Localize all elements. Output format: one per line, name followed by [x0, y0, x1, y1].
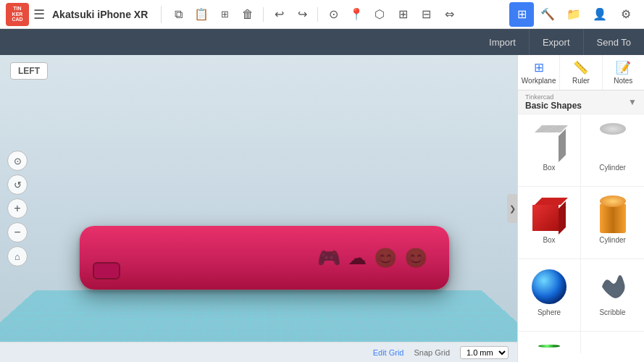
align-button[interactable]: ⊟: [415, 4, 437, 25]
import-button[interactable]: Import: [476, 29, 530, 55]
right-panel: ⊞ Workplane 📏 Ruler 📝 Notes Tinkercad Ba…: [517, 55, 644, 362]
workplane-button[interactable]: ⊞ Workplane: [518, 55, 560, 90]
shape-box-red-label: Box: [543, 236, 555, 244]
shape-scribble-label: Scribble: [599, 308, 625, 316]
orbit-button[interactable]: ↺: [7, 174, 28, 195]
copy-button[interactable]: ⧉: [167, 4, 189, 25]
shape-cylinder-gray[interactable]: Cylinder: [581, 114, 644, 187]
undo-button[interactable]: ↩: [268, 4, 290, 25]
settings-button[interactable]: ⚙: [614, 2, 638, 27]
zoom-in-button[interactable]: +: [7, 198, 28, 219]
logo-icon: TINKERCAD: [6, 3, 29, 26]
duplicate-button[interactable]: ⊞: [214, 4, 235, 25]
snap-grid-label: Snap Grid: [414, 348, 450, 357]
snap-grid-select[interactable]: 1.0 mm 0.5 mm 0.1 mm 2.0 mm: [460, 346, 509, 359]
logo-area: TINKERCAD ☰: [6, 3, 45, 26]
export-button[interactable]: Export: [530, 29, 584, 55]
shape-scribble[interactable]: Scribble: [581, 259, 644, 332]
shape-box-gray[interactable]: Box: [518, 114, 581, 187]
hamburger-icon[interactable]: ☰: [33, 7, 45, 22]
workplane-icon: ⊞: [534, 60, 544, 75]
shapes-grid: Box Cylinder: [518, 114, 644, 362]
right-nav-icons: ⊞ 🔨 📁 👤 ⚙: [509, 2, 638, 27]
bottom-bar: Edit Grid Snap Grid 1.0 mm 0.5 mm 0.1 mm…: [0, 342, 517, 362]
grid-view-button[interactable]: ⊞: [509, 2, 534, 27]
send-to-button[interactable]: Send To: [584, 29, 644, 55]
pin-button[interactable]: 📍: [346, 4, 367, 25]
topbar: TINKERCAD ☰ Akatsuki iPhone XR ⧉ 📋 ⊞ 🗑 ↩…: [0, 0, 644, 29]
shape-sphere[interactable]: Sphere: [518, 259, 581, 332]
camera-controls: ⊙ ↺ + − ⌂: [7, 151, 28, 266]
viewport[interactable]: LEFT ⊙ ↺ + − ⌂ 🎮 ☁ 😊 😊: [0, 55, 517, 362]
account-button[interactable]: 👤: [587, 2, 612, 27]
chevron-down-icon: ▼: [628, 97, 637, 107]
ruler-icon: 📏: [573, 60, 588, 75]
ruler-button[interactable]: 📏 Ruler: [560, 55, 602, 90]
shape-bottom-partial[interactable]: [518, 332, 581, 353]
panel-top-buttons: ⊞ Workplane 📏 Ruler 📝 Notes: [518, 55, 644, 90]
paste-button[interactable]: 📋: [191, 4, 212, 25]
view-label: LEFT: [10, 62, 48, 80]
shape-box-red[interactable]: Box: [518, 187, 581, 259]
phone-case-model: 🎮 ☁ 😊 😊: [80, 226, 449, 290]
files-button[interactable]: 📁: [561, 2, 586, 27]
shape-cylinder-orange[interactable]: Cylinder: [581, 187, 644, 259]
edit-grid-link[interactable]: Edit Grid: [373, 348, 404, 357]
grid-button[interactable]: ⊞: [392, 4, 414, 25]
panel-collapse-button[interactable]: ❯: [507, 194, 517, 223]
fit-button[interactable]: ⊙: [7, 151, 28, 171]
shape-cylinder-gray-label: Cylinder: [599, 164, 626, 172]
shape-button[interactable]: ⬡: [369, 4, 390, 25]
app-title: Akatsuki iPhone XR: [52, 9, 148, 20]
scribble-svg: [595, 269, 631, 305]
category-source: Tinkercad: [525, 93, 582, 101]
action-bar: Import Export Send To: [0, 29, 644, 55]
zoom-out-button[interactable]: −: [7, 222, 28, 243]
shape-sphere-label: Sphere: [538, 308, 561, 316]
notes-icon: 📝: [616, 60, 631, 75]
home-button[interactable]: ⌂: [7, 246, 28, 266]
mirror-button[interactable]: ⇔: [438, 4, 460, 25]
camera-button[interactable]: ⊙: [322, 4, 344, 25]
redo-button[interactable]: ↪: [291, 4, 313, 25]
category-selector[interactable]: Tinkercad Basic Shapes ▼: [518, 90, 644, 114]
toolbar-buttons: ⧉ 📋 ⊞ 🗑 ↩ ↪ ⊙ 📍 ⬡ ⊞ ⊟ ⇔: [167, 4, 509, 25]
category-name: Basic Shapes: [525, 101, 582, 111]
shape-box-gray-label: Box: [543, 164, 555, 172]
tools-button[interactable]: 🔨: [535, 2, 560, 27]
grid-plane: [0, 290, 517, 342]
notes-button[interactable]: 📝 Notes: [603, 55, 644, 90]
delete-button[interactable]: 🗑: [237, 4, 259, 25]
shape-cylinder-orange-label: Cylinder: [599, 236, 626, 244]
